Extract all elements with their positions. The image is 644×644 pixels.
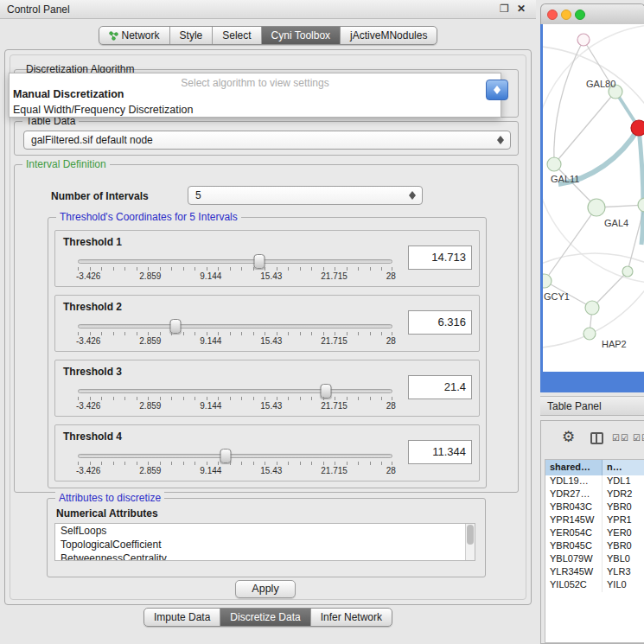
table-row[interactable]: YBR043CYBR0 bbox=[545, 501, 644, 514]
node-label: GAL4 bbox=[604, 218, 628, 228]
cell[interactable]: YDR27… bbox=[545, 488, 603, 501]
threshold-2-slider[interactable] bbox=[78, 324, 392, 328]
table-row[interactable]: YDR27…YDR2 bbox=[545, 488, 644, 501]
table-row[interactable]: YBR045CYBR0 bbox=[545, 540, 644, 553]
threshold-1-value-field[interactable]: 14.713 bbox=[408, 245, 472, 270]
table-panel-bar: Table Panel bbox=[540, 396, 644, 416]
tab-jactivemnodules[interactable]: jActiveMNodules bbox=[340, 27, 437, 44]
list-item[interactable]: SelfLoops bbox=[55, 524, 475, 538]
tab-discretize-data[interactable]: Discretize Data bbox=[220, 609, 309, 626]
algorithm-option-manual[interactable]: Manual Discretization bbox=[13, 88, 124, 100]
threshold-4-value-field[interactable]: 11.344 bbox=[408, 440, 472, 464]
cell[interactable]: YBR0 bbox=[603, 540, 644, 553]
select-rows-icon[interactable]: ☑☑ bbox=[633, 433, 644, 443]
node[interactable] bbox=[638, 198, 644, 212]
threshold-3-slider[interactable] bbox=[78, 389, 392, 393]
number-of-intervals-label: Number of Intervals bbox=[51, 190, 149, 202]
slider-scale-labels: -3.426 2.859 9.144 15.43 21.715 28 bbox=[76, 336, 396, 346]
slider-ticks bbox=[78, 462, 392, 465]
scale-tick-label: 21.715 bbox=[321, 401, 348, 411]
table-data-combobox[interactable]: galFiltered.sif default node bbox=[23, 131, 511, 150]
cell[interactable]: YER0 bbox=[603, 527, 644, 540]
scale-tick-label: 21.715 bbox=[321, 466, 348, 475]
table-row[interactable]: YLR345WYLR3 bbox=[545, 566, 644, 579]
table-row[interactable]: YER054CYER0 bbox=[545, 527, 644, 540]
close-traffic-light-icon[interactable] bbox=[547, 10, 558, 20]
scrollbar-thumb[interactable] bbox=[467, 525, 474, 545]
tab-cyni-toolbox[interactable]: Cyni Toolbox bbox=[261, 27, 340, 44]
tab-infer-network-label: Infer Network bbox=[321, 611, 382, 623]
scale-tick-label: 2.859 bbox=[139, 466, 161, 475]
columns-icon[interactable] bbox=[590, 432, 603, 444]
tab-select[interactable]: Select bbox=[212, 27, 260, 44]
cell[interactable]: YPR1 bbox=[603, 514, 644, 527]
control-panel-titlebar: Control Panel ❐ ✕ bbox=[0, 0, 536, 19]
list-item[interactable]: TopologicalCoefficient bbox=[55, 538, 475, 552]
cell[interactable]: YPR145W bbox=[545, 514, 603, 527]
cell[interactable]: YBR045C bbox=[545, 540, 603, 553]
scale-tick-label: 28 bbox=[386, 336, 396, 346]
cell[interactable]: YBL0 bbox=[603, 553, 644, 566]
gear-icon[interactable]: ⚙ bbox=[562, 428, 575, 446]
algorithm-option-equal-width[interactable]: Equal Width/Frequency Discretization bbox=[13, 104, 193, 116]
select-columns-icon[interactable]: ☑☑ bbox=[612, 433, 629, 443]
list-item[interactable]: BetweennessCentrality bbox=[55, 552, 475, 561]
tab-infer-network[interactable]: Infer Network bbox=[310, 609, 392, 626]
cell[interactable]: YBL079W bbox=[545, 553, 603, 566]
zoom-traffic-light-icon[interactable] bbox=[575, 10, 585, 20]
tab-style-label: Style bbox=[180, 29, 203, 41]
apply-button[interactable]: Apply bbox=[235, 580, 296, 598]
node-hap2[interactable] bbox=[583, 328, 596, 340]
node-gal4[interactable] bbox=[588, 199, 605, 216]
cell[interactable]: YLR3 bbox=[603, 566, 644, 579]
node-label: GCY1 bbox=[544, 291, 570, 302]
threshold-1-slider[interactable] bbox=[78, 259, 392, 264]
table-panel-window: ⚙ ☑☑ ☑☑ shared… n… YDL19…YDL1 YDR27…YDR2… bbox=[540, 420, 644, 644]
threshold-3-value-field[interactable]: 21.4 bbox=[408, 375, 472, 399]
table-row[interactable]: YIL052CYIL0 bbox=[545, 579, 644, 592]
node[interactable] bbox=[622, 266, 633, 277]
selected-node[interactable] bbox=[631, 120, 644, 136]
threshold-3-box: Threshold 3 -3.426 2.859 9.144 15.43 21.… bbox=[54, 360, 480, 417]
tab-cyni-toolbox-label: Cyni Toolbox bbox=[271, 29, 330, 41]
top-tab-bar: Network Style Select Cyni Toolbox jActiv… bbox=[0, 26, 536, 45]
algorithm-combobox-button[interactable] bbox=[486, 80, 508, 100]
node-attribute-table: shared… n… YDL19…YDL1 YDR27…YDR2 YBR043C… bbox=[545, 459, 644, 643]
tab-impute-data[interactable]: Impute Data bbox=[144, 609, 220, 626]
cell[interactable]: YDL1 bbox=[603, 475, 644, 488]
table-row[interactable]: YBL079WYBL0 bbox=[545, 553, 644, 566]
cell[interactable]: YIL052C bbox=[545, 579, 603, 592]
cell[interactable]: YLR345W bbox=[545, 566, 603, 579]
node[interactable] bbox=[585, 301, 599, 315]
list-scrollbar[interactable] bbox=[465, 524, 475, 560]
column-header-shared-name[interactable]: shared… bbox=[545, 460, 603, 475]
node-gcy1[interactable] bbox=[543, 274, 552, 288]
scale-tick-label: 21.715 bbox=[321, 271, 348, 281]
bottom-tab-bar: Impute Data Discretize Data Infer Networ… bbox=[0, 608, 536, 627]
cell[interactable]: YBR043C bbox=[545, 501, 603, 514]
slider-ticks bbox=[78, 397, 392, 400]
control-panel-title: Control Panel bbox=[7, 3, 70, 16]
slider-ticks bbox=[78, 332, 392, 335]
tab-style[interactable]: Style bbox=[169, 27, 213, 44]
network-view-window: GAL80 GAL11 GAL4 GCY1 HAP2 bbox=[540, 3, 644, 392]
minimize-traffic-light-icon[interactable] bbox=[561, 10, 571, 20]
close-icon[interactable]: ✕ bbox=[517, 3, 526, 15]
network-window-titlebar[interactable] bbox=[540, 3, 644, 24]
number-of-intervals-combobox[interactable]: 5 bbox=[188, 186, 423, 205]
float-window-icon[interactable]: ❐ bbox=[500, 3, 509, 15]
cell[interactable]: YDL19… bbox=[545, 475, 603, 488]
table-row[interactable]: YPR145WYPR1 bbox=[545, 514, 644, 527]
threshold-2-value-field[interactable]: 6.316 bbox=[408, 310, 472, 335]
cell[interactable]: YIL0 bbox=[603, 579, 644, 592]
cell[interactable]: YER054C bbox=[545, 527, 603, 540]
node-gal11[interactable] bbox=[547, 157, 561, 171]
table-row[interactable]: YDL19…YDL1 bbox=[545, 475, 644, 488]
tab-network[interactable]: Network bbox=[99, 27, 169, 44]
cell[interactable]: YDR2 bbox=[603, 488, 644, 501]
cell[interactable]: YBR0 bbox=[603, 501, 644, 514]
node[interactable] bbox=[577, 34, 590, 46]
column-header-name[interactable]: n… bbox=[603, 460, 644, 475]
network-canvas[interactable]: GAL80 GAL11 GAL4 GCY1 HAP2 bbox=[543, 24, 644, 372]
threshold-4-slider[interactable] bbox=[78, 454, 392, 458]
